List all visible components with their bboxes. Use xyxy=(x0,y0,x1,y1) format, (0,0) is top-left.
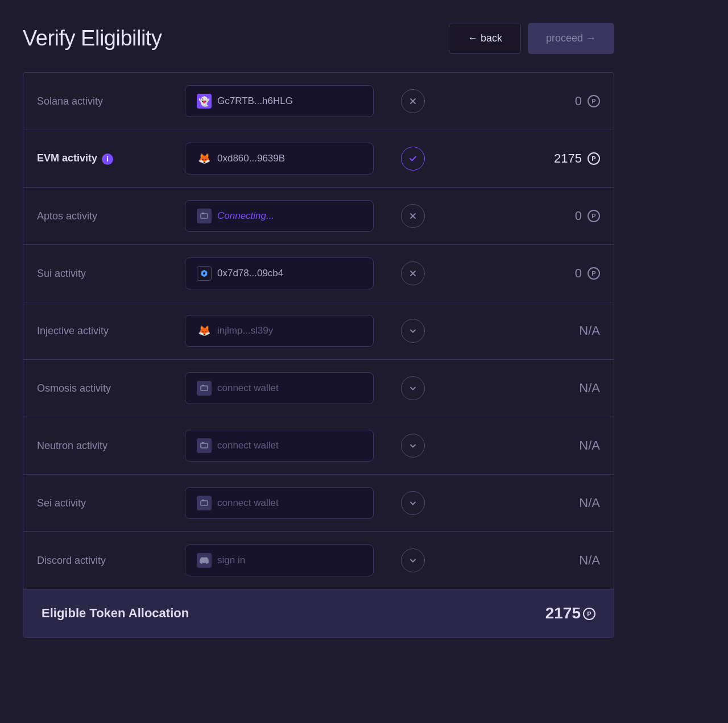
points-cell-solana: 0 xyxy=(439,73,614,130)
points-cell-osmosis: N/A xyxy=(439,360,614,417)
svg-point-2 xyxy=(203,272,205,275)
action-btn-aptos[interactable] xyxy=(401,204,425,228)
action-btn-sei[interactable] xyxy=(401,491,425,515)
wallet-box-solana[interactable]: 👻Gc7RTB...h6HLG xyxy=(185,85,374,117)
footer-label: Eligible Token Allocation xyxy=(42,606,189,621)
action-cell-osmosis xyxy=(387,360,439,417)
wallet-box-discord[interactable]: sign in xyxy=(185,545,374,576)
points-icon-sui xyxy=(588,267,600,280)
wallet-address-osmosis: connect wallet xyxy=(217,383,279,394)
wallet-box-osmosis[interactable]: connect wallet xyxy=(185,372,374,404)
page-title: Verify Eligibility xyxy=(23,26,162,51)
svg-rect-0 xyxy=(201,214,208,218)
label-evm: EVM activityi xyxy=(23,130,171,188)
table-row-sui: Sui activity0x7d78...09cb40 xyxy=(23,245,614,302)
wallet-cell-osmosis: connect wallet xyxy=(171,360,387,417)
points-cell-discord: N/A xyxy=(439,532,614,589)
wallet-box-sei[interactable]: connect wallet xyxy=(185,487,374,519)
action-cell-neutron xyxy=(387,417,439,475)
svg-rect-4 xyxy=(202,385,204,386)
wallet-cell-solana: 👻Gc7RTB...h6HLG xyxy=(171,73,387,130)
back-button[interactable]: ← back xyxy=(449,23,521,54)
points-cell-sui: 0 xyxy=(439,245,614,302)
points-icon-aptos xyxy=(588,210,600,222)
label-sui: Sui activity xyxy=(23,245,171,302)
action-cell-solana xyxy=(387,73,439,130)
proceed-button[interactable]: proceed → xyxy=(528,23,614,54)
action-btn-sui[interactable] xyxy=(401,261,425,285)
svg-rect-8 xyxy=(202,500,204,501)
wallet-icon-osmosis xyxy=(197,381,212,396)
wallet-address-aptos: Connecting... xyxy=(217,210,274,222)
label-aptos: Aptos activity xyxy=(23,188,171,245)
wallet-icon-injective: 🦊 xyxy=(197,323,212,338)
wallet-cell-neutron: connect wallet xyxy=(171,417,387,475)
points-cell-neutron: N/A xyxy=(439,417,614,475)
footer-points-icon xyxy=(583,608,595,620)
wallet-address-injective: injlmp...sl39y xyxy=(217,325,273,336)
wallet-address-discord: sign in xyxy=(217,555,245,566)
action-btn-solana[interactable] xyxy=(401,89,425,113)
wallet-icon-aptos xyxy=(197,209,212,223)
page-header: Verify Eligibility ← back proceed → xyxy=(23,23,614,54)
action-cell-aptos xyxy=(387,188,439,245)
header-buttons: ← back proceed → xyxy=(449,23,614,54)
points-icon-evm xyxy=(588,152,600,165)
wallet-cell-evm: 🦊0xd860...9639B xyxy=(171,130,387,188)
action-btn-neutron[interactable] xyxy=(401,434,425,458)
wallet-box-sui[interactable]: 0x7d78...09cb4 xyxy=(185,257,374,289)
wallet-cell-sei: connect wallet xyxy=(171,475,387,532)
wallet-cell-aptos: Connecting... xyxy=(171,188,387,245)
table-row-osmosis: Osmosis activityconnect walletN/A xyxy=(23,360,614,417)
action-cell-injective xyxy=(387,302,439,360)
svg-rect-1 xyxy=(202,213,204,214)
label-sei: Sei activity xyxy=(23,475,171,532)
action-cell-discord xyxy=(387,532,439,589)
wallet-icon-solana: 👻 xyxy=(197,94,212,109)
wallet-address-sei: connect wallet xyxy=(217,497,279,509)
points-cell-sei: N/A xyxy=(439,475,614,532)
wallet-icon-evm: 🦊 xyxy=(197,151,212,166)
info-icon-evm[interactable]: i xyxy=(102,153,113,165)
label-neutron: Neutron activity xyxy=(23,417,171,475)
table-row-evm: EVM activityi🦊0xd860...9639B2175 xyxy=(23,130,614,188)
wallet-box-neutron[interactable]: connect wallet xyxy=(185,430,374,462)
action-btn-evm[interactable] xyxy=(401,147,425,171)
table: Solana activity👻Gc7RTB...h6HLG0 EVM acti… xyxy=(23,73,614,589)
action-cell-sei xyxy=(387,475,439,532)
table-row-sei: Sei activityconnect walletN/A xyxy=(23,475,614,532)
label-discord: Discord activity xyxy=(23,532,171,589)
activity-table: Solana activity👻Gc7RTB...h6HLG0 EVM acti… xyxy=(23,72,614,638)
table-row-aptos: Aptos activityConnecting...0 xyxy=(23,188,614,245)
wallet-box-evm[interactable]: 🦊0xd860...9639B xyxy=(185,143,374,174)
label-osmosis: Osmosis activity xyxy=(23,360,171,417)
svg-rect-3 xyxy=(201,386,208,390)
wallet-box-injective[interactable]: 🦊injlmp...sl39y xyxy=(185,315,374,347)
wallet-address-sui: 0x7d78...09cb4 xyxy=(217,268,283,279)
points-cell-injective: N/A xyxy=(439,302,614,360)
action-cell-sui xyxy=(387,245,439,302)
wallet-box-aptos[interactable]: Connecting... xyxy=(185,200,374,232)
wallet-address-solana: Gc7RTB...h6HLG xyxy=(217,95,293,107)
wallet-address-neutron: connect wallet xyxy=(217,440,279,451)
label-solana: Solana activity xyxy=(23,73,171,130)
action-btn-osmosis[interactable] xyxy=(401,376,425,400)
table-row-neutron: Neutron activityconnect walletN/A xyxy=(23,417,614,475)
points-cell-evm: 2175 xyxy=(439,130,614,188)
action-btn-injective[interactable] xyxy=(401,319,425,343)
table-row-injective: Injective activity🦊injlmp...sl39yN/A xyxy=(23,302,614,360)
table-row-discord: Discord activitysign inN/A xyxy=(23,532,614,589)
wallet-address-evm: 0xd860...9639B xyxy=(217,153,285,164)
svg-rect-7 xyxy=(201,501,208,505)
action-cell-evm xyxy=(387,130,439,188)
points-cell-aptos: 0 xyxy=(439,188,614,245)
wallet-icon-discord xyxy=(197,553,212,568)
points-icon-solana xyxy=(588,95,600,107)
wallet-icon-sui xyxy=(197,266,212,281)
svg-rect-5 xyxy=(201,443,208,448)
svg-rect-6 xyxy=(202,442,204,443)
wallet-icon-sei xyxy=(197,496,212,510)
action-btn-discord[interactable] xyxy=(401,549,425,572)
footer-points: 2175 xyxy=(545,604,595,622)
table-row-solana: Solana activity👻Gc7RTB...h6HLG0 xyxy=(23,73,614,130)
